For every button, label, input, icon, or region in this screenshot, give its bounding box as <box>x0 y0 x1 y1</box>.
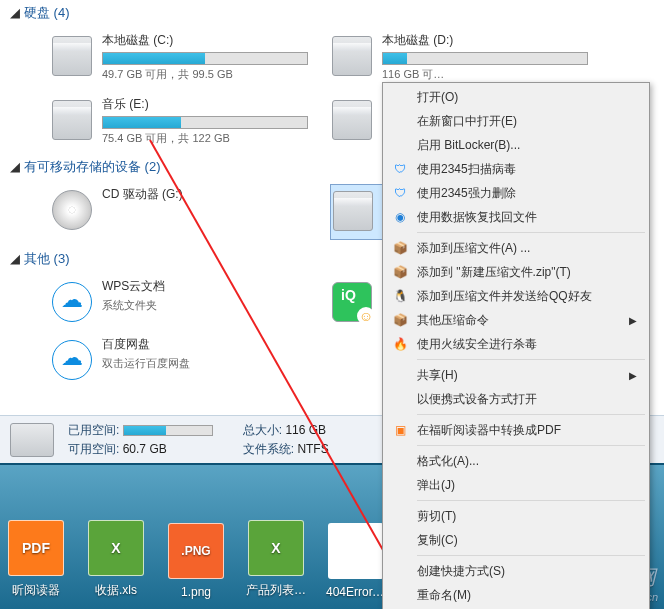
menu-item-label: 格式化(A)... <box>417 453 479 470</box>
taskbar-item-label: 昕阅读器 <box>6 582 66 599</box>
cloud-icon <box>52 282 92 322</box>
section-other-label: 其他 (3) <box>24 251 70 266</box>
total-size-value: 116 GB <box>285 423 326 437</box>
drive-g-name: CD 驱动器 (G:) <box>102 186 308 203</box>
used-space-label: 已用空间: <box>68 423 119 437</box>
menu-item[interactable]: 以便携式设备方式打开 <box>385 387 647 411</box>
menu-separator <box>417 232 645 233</box>
menu-item[interactable]: ◉使用数据恢复找回文件 <box>385 205 647 229</box>
menu-item-icon: 🔥 <box>392 336 408 352</box>
drive-baidu[interactable]: 百度网盘 双击运行百度网盘 <box>50 334 310 382</box>
menu-item-icon: 📦 <box>392 264 408 280</box>
taskbar-item-label: 收据.xls <box>86 582 146 599</box>
menu-item-label: 其他压缩命令 <box>417 312 489 329</box>
submenu-arrow-icon: ▶ <box>629 315 637 326</box>
menu-item[interactable]: 弹出(J) <box>385 473 647 497</box>
menu-item[interactable]: 🛡使用2345强力删除 <box>385 181 647 205</box>
drive-c-stats: 49.7 GB 可用，共 99.5 GB <box>102 67 308 82</box>
menu-item[interactable]: 重命名(M) <box>385 583 647 607</box>
used-bar <box>123 425 213 436</box>
collapse-icon: ◢ <box>10 159 20 174</box>
hdd-icon <box>52 100 92 140</box>
collapse-icon: ◢ <box>10 251 20 266</box>
menu-item-label: 共享(H) <box>417 367 458 384</box>
menu-separator <box>417 359 645 360</box>
file-icon: X <box>88 520 144 576</box>
free-space-value: 60.7 GB <box>123 442 167 456</box>
file-icon: X <box>248 520 304 576</box>
drive-e[interactable]: 音乐 (E:) 75.4 GB 可用，共 122 GB <box>50 94 310 148</box>
menu-item[interactable]: ▣在福昕阅读器中转换成PDF <box>385 418 647 442</box>
drive-d-name: 本地磁盘 (D:) <box>382 32 588 49</box>
drive-g[interactable]: CD 驱动器 (G:) <box>50 184 310 240</box>
cd-icon <box>52 190 92 230</box>
menu-item[interactable]: 格式化(A)... <box>385 449 647 473</box>
file-icon <box>328 523 384 579</box>
menu-item[interactable]: 🐧添加到压缩文件并发送给QQ好友 <box>385 284 647 308</box>
submenu-arrow-icon: ▶ <box>629 370 637 381</box>
menu-item-label: 使用2345扫描病毒 <box>417 161 516 178</box>
menu-item-label: 使用2345强力删除 <box>417 185 516 202</box>
section-hdd[interactable]: ◢硬盘 (4) <box>10 4 654 22</box>
menu-item-label: 添加到压缩文件并发送给QQ好友 <box>417 288 592 305</box>
drive-c[interactable]: 本地磁盘 (C:) 49.7 GB 可用，共 99.5 GB <box>50 30 310 84</box>
drive-d-stats: 116 GB 可… <box>382 67 588 82</box>
drive-wps-stats: 系统文件夹 <box>102 298 308 313</box>
taskbar-item[interactable]: X产品列表_2017073… <box>246 520 306 599</box>
menu-item[interactable]: 启用 BitLocker(B)... <box>385 133 647 157</box>
menu-item-label: 复制(C) <box>417 532 458 549</box>
menu-item[interactable]: 打开(O) <box>385 85 647 109</box>
menu-item-label: 以便携式设备方式打开 <box>417 391 537 408</box>
hdd-icon <box>332 36 372 76</box>
menu-item[interactable]: 剪切(T) <box>385 504 647 528</box>
menu-item[interactable]: 🔥使用火绒安全进行杀毒 <box>385 332 647 356</box>
menu-item-icon: ▣ <box>392 422 408 438</box>
taskbar-item[interactable]: .PNG1.png <box>166 523 226 599</box>
menu-item-icon: 🛡 <box>392 161 408 177</box>
menu-item-label: 添加到压缩文件(A) ... <box>417 240 530 257</box>
menu-item[interactable]: 复制(C) <box>385 528 647 552</box>
menu-separator <box>417 500 645 501</box>
taskbar-item-label: 1.png <box>166 585 226 599</box>
section-removable-label: 有可移动存储的设备 (2) <box>24 159 161 174</box>
menu-item[interactable]: 创建快捷方式(S) <box>385 559 647 583</box>
menu-item[interactable]: 在新窗口中打开(E) <box>385 109 647 133</box>
menu-item-icon: 📦 <box>392 240 408 256</box>
total-size-label: 总大小: <box>243 423 282 437</box>
drive-e-stats: 75.4 GB 可用，共 122 GB <box>102 131 308 146</box>
free-space-label: 可用空间: <box>68 442 119 456</box>
drive-baidu-stats: 双击运行百度网盘 <box>102 356 308 371</box>
cloud-icon <box>52 340 92 380</box>
menu-item-label: 打开(O) <box>417 89 458 106</box>
drive-baidu-name: 百度网盘 <box>102 336 308 353</box>
drive-wps[interactable]: WPS云文档 系统文件夹 <box>50 276 310 324</box>
hdd-icon <box>52 36 92 76</box>
menu-separator <box>417 445 645 446</box>
taskbar-item-label: 404Error.txt <box>326 585 386 599</box>
menu-item[interactable]: 📦添加到压缩文件(A) ... <box>385 236 647 260</box>
taskbar-item[interactable]: PDF昕阅读器 <box>6 520 66 599</box>
menu-item-label: 使用火绒安全进行杀毒 <box>417 336 537 353</box>
removable-icon <box>333 191 373 231</box>
taskbar-item[interactable]: 404Error.txt <box>326 523 386 599</box>
menu-item-label: 在新窗口中打开(E) <box>417 113 517 130</box>
iqiyi-icon <box>332 282 372 322</box>
hdd-icon <box>332 100 372 140</box>
collapse-icon: ◢ <box>10 5 20 20</box>
taskbar-item[interactable]: X收据.xls <box>86 520 146 599</box>
menu-separator <box>417 414 645 415</box>
filesystem-label: 文件系统: <box>243 442 294 456</box>
capacity-bar <box>382 52 588 65</box>
file-icon: .PNG <box>168 523 224 579</box>
menu-item-icon: ◉ <box>392 209 408 225</box>
menu-item[interactable]: 📦其他压缩命令▶ <box>385 308 647 332</box>
menu-item[interactable]: 🛡使用2345扫描病毒 <box>385 157 647 181</box>
menu-item-label: 使用数据恢复找回文件 <box>417 209 537 226</box>
menu-item-label: 创建快捷方式(S) <box>417 563 505 580</box>
menu-item[interactable]: 共享(H)▶ <box>385 363 647 387</box>
drive-c-name: 本地磁盘 (C:) <box>102 32 308 49</box>
drive-d[interactable]: 本地磁盘 (D:) 116 GB 可… <box>330 30 590 84</box>
menu-item[interactable]: 📦添加到 "新建压缩文件.zip"(T) <box>385 260 647 284</box>
menu-item-label: 弹出(J) <box>417 477 455 494</box>
menu-item-label: 剪切(T) <box>417 508 456 525</box>
